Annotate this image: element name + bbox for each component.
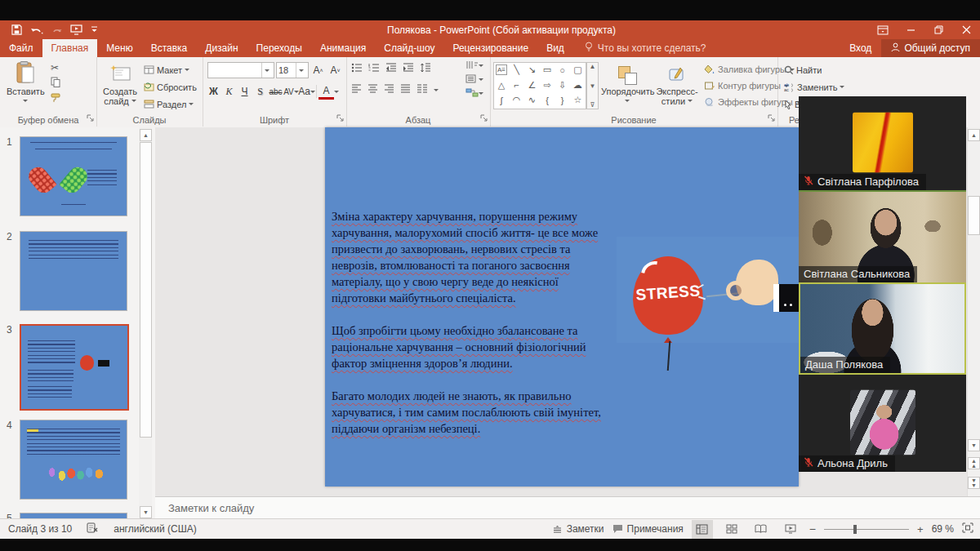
align-right-icon[interactable]	[384, 84, 394, 96]
next-slide-icon[interactable]: ▼▼	[968, 477, 980, 489]
section-button[interactable]: Раздел	[144, 96, 197, 113]
ribbon-display-options-icon[interactable]	[869, 20, 897, 39]
layout-button[interactable]: Макет	[144, 61, 197, 78]
strikethrough-button[interactable]: abc	[268, 83, 283, 100]
arrange-button[interactable]: Упорядочить	[601, 60, 653, 112]
shape-left-brace-icon[interactable]: {	[540, 93, 555, 107]
tab-menu[interactable]: Меню	[97, 39, 141, 57]
find-button[interactable]: Найти	[784, 61, 844, 78]
qat-customize-icon[interactable]	[91, 26, 98, 33]
thumbnail-scroll-thumb[interactable]	[140, 142, 152, 438]
paragraph-dialog-launcher-icon[interactable]	[480, 113, 488, 124]
shape-rectangle-icon[interactable]: ▭	[540, 63, 555, 77]
start-slideshow-icon[interactable]	[70, 24, 82, 35]
shape-block-arrow-down-icon[interactable]: ⇩	[555, 78, 570, 92]
stress-balloon-graphic[interactable]: STRESS	[617, 237, 799, 343]
align-center-icon[interactable]	[368, 84, 378, 96]
thumbnail-scrollbar[interactable]: ▲ ▼	[139, 127, 152, 518]
view-normal-button[interactable]	[692, 520, 713, 539]
reset-button[interactable]: Сбросить	[144, 78, 197, 96]
restore-icon[interactable]	[924, 20, 952, 39]
clipboard-dialog-launcher-icon[interactable]	[87, 113, 94, 124]
shapes-gallery[interactable]: A≡ ╲ ↘ ▭ ○ ▢ △ ⌐ ∠ ⇨ ⇩ ☁ ʃ ◠ ∿ { } ☆	[493, 62, 586, 109]
zoom-slider-knob[interactable]	[853, 525, 857, 534]
character-spacing-button[interactable]: AV	[283, 83, 299, 100]
minimize-icon[interactable]	[897, 20, 924, 39]
scroll-up-icon[interactable]: ▲	[968, 129, 980, 141]
decrease-indent-icon[interactable]	[385, 63, 397, 75]
zoom-level[interactable]: 69 %	[932, 523, 954, 535]
tell-me-box[interactable]: Что вы хотите сделать?	[573, 39, 706, 57]
shapes-gallery-scrollbar[interactable]: ▲ ▼ ⊽	[586, 62, 599, 109]
underline-button[interactable]: Ч	[237, 83, 252, 100]
zoom-slider[interactable]	[824, 529, 909, 530]
shape-block-arrow-right-icon[interactable]: ⇨	[540, 78, 555, 92]
tab-home[interactable]: Главная	[42, 39, 98, 57]
tab-file[interactable]: Файл	[0, 39, 42, 57]
align-left-icon[interactable]	[351, 84, 362, 96]
tab-transitions[interactable]: Переходы	[247, 39, 311, 57]
convert-to-smartart-icon[interactable]	[466, 88, 483, 100]
scroll-thumb[interactable]	[968, 196, 980, 235]
quick-styles-button[interactable]: Экспресс- стили	[653, 60, 701, 112]
undo-button[interactable]	[30, 25, 43, 35]
text-shadow-button[interactable]: S	[252, 83, 268, 100]
new-slide-button[interactable]: Создать слайд	[100, 60, 140, 112]
video-tile-2[interactable]: Світлана Сальникова	[799, 190, 966, 282]
italic-button[interactable]: К	[221, 83, 237, 100]
video-tile-4[interactable]: Альона Дриль	[799, 375, 966, 472]
slide-thumbnail-1[interactable]	[20, 136, 127, 216]
shapes-scroll-up-icon[interactable]: ▲	[590, 63, 596, 70]
columns-icon[interactable]	[416, 84, 428, 96]
view-reading-button[interactable]	[751, 520, 772, 539]
shape-rounded-rectangle-icon[interactable]: ▢	[570, 63, 585, 77]
font-name-combo[interactable]	[207, 62, 274, 78]
align-text-icon[interactable]	[466, 74, 483, 86]
shape-arc-icon[interactable]: ◠	[510, 93, 524, 107]
change-case-button[interactable]: Aa	[299, 83, 314, 100]
grow-font-button[interactable]: А˄	[310, 62, 326, 78]
slide-thumbnail-3-selected[interactable]	[20, 324, 129, 411]
tab-slideshow[interactable]: Слайд-шоу	[375, 39, 443, 57]
tab-insert[interactable]: Вставка	[142, 39, 197, 57]
sign-in-button[interactable]: Вход	[840, 42, 881, 54]
slide-indicator[interactable]: Слайд 3 из 10	[8, 523, 72, 535]
spellcheck-icon[interactable]	[87, 522, 99, 535]
video-tile-3-active-speaker[interactable]: Даша Полякова	[799, 282, 966, 375]
paste-button[interactable]: Вставить	[7, 60, 44, 112]
tab-animations[interactable]: Анимация	[311, 39, 375, 57]
shrink-font-button[interactable]: А˅	[327, 62, 343, 78]
notes-toggle[interactable]: Заметки	[552, 523, 604, 535]
shape-elbow-arrow-icon[interactable]: ∠	[524, 78, 539, 92]
view-slide-sorter-button[interactable]	[721, 520, 742, 539]
bullets-icon[interactable]	[351, 63, 363, 75]
shapes-scroll-down-icon[interactable]: ▼	[590, 82, 596, 90]
shapes-more-icon[interactable]: ⊽	[590, 101, 595, 109]
font-size-combo[interactable]: 18	[276, 62, 309, 78]
cut-icon[interactable]: ✂	[51, 62, 60, 73]
shape-line-icon[interactable]: ╲	[510, 63, 524, 77]
save-icon[interactable]	[11, 24, 22, 35]
previous-slide-icon[interactable]: ▲▲	[968, 457, 980, 469]
font-dialog-launcher-icon[interactable]	[336, 113, 344, 124]
shape-star-icon[interactable]: ☆	[570, 93, 585, 107]
view-slideshow-button[interactable]	[780, 520, 801, 539]
thumbnail-scroll-down-icon[interactable]: ▼	[140, 506, 152, 518]
shape-right-brace-icon[interactable]: }	[555, 93, 570, 107]
language-indicator[interactable]: английский (США)	[114, 523, 196, 535]
shape-curve-icon[interactable]: ∿	[524, 93, 539, 107]
tab-design[interactable]: Дизайн	[196, 39, 247, 57]
shape-scribble-icon[interactable]: ʃ	[494, 93, 509, 107]
notes-pane[interactable]: Заметки к слайду	[155, 496, 980, 518]
text-direction-icon[interactable]	[466, 60, 483, 72]
shape-arrow-icon[interactable]: ↘	[524, 63, 539, 77]
copy-icon[interactable]	[51, 77, 60, 90]
tab-view[interactable]: Вид	[537, 39, 573, 57]
comments-toggle[interactable]: Примечания	[612, 523, 684, 535]
slide-text-placeholder[interactable]: Зміна характеру харчування, порушення ре…	[332, 208, 608, 453]
font-color-button[interactable]: А	[318, 84, 334, 100]
format-painter-icon[interactable]	[51, 93, 60, 105]
zoom-out-button[interactable]: −	[809, 522, 816, 535]
shape-elbow-icon[interactable]: ⌐	[510, 78, 524, 92]
line-spacing-icon[interactable]	[420, 63, 431, 75]
